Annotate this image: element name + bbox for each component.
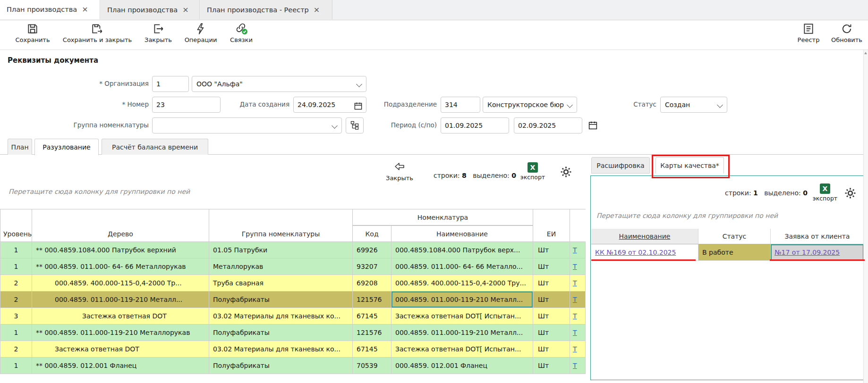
row-doc-link[interactable]: Т [573, 263, 577, 270]
row-doc-link[interactable]: Т [573, 279, 577, 287]
qc-row-name-cell[interactable]: КК №169 от 02.10.2025 [591, 244, 698, 261]
column-header-tree[interactable]: Дерево [32, 209, 209, 242]
tab-time-balance-label: Расчёт баланса времени [112, 143, 198, 151]
close-icon[interactable]: × [82, 6, 88, 13]
organization-code-field[interactable] [152, 76, 189, 92]
period-label: Период (с/по) [378, 121, 437, 129]
vertical-scrollbar[interactable] [863, 50, 868, 383]
table-row[interactable]: 2 Застежка ответная DOT 03.02 Материалы … [0, 341, 586, 358]
nomenclature-tree-button[interactable] [346, 117, 364, 133]
close-document-icon [152, 22, 164, 35]
row-doc-link[interactable]: Т [573, 329, 577, 336]
column-header-qc-name[interactable]: Наименование [591, 229, 698, 244]
section-title: Реквизиты документа [8, 56, 98, 65]
tab-time-balance[interactable]: Расчёт баланса времени [102, 139, 208, 155]
operations-button[interactable]: Операции [179, 22, 222, 47]
close-icon[interactable]: × [182, 6, 188, 14]
table-row[interactable]: 1 ** 000.4859. 011.000-119-210 Металлору… [0, 325, 586, 341]
row-doc-link[interactable]: Т [573, 345, 577, 353]
refresh-label: Обновить [831, 36, 862, 43]
selected-count-value: 0 [511, 172, 516, 179]
save-button[interactable]: Сохранить [11, 22, 54, 47]
calendar-icon[interactable] [354, 100, 363, 116]
table-row[interactable]: 2 000.4859. 400.000-115-0,4-2000 Тр... Т… [0, 275, 586, 291]
window-tab-production-plan-2[interactable]: План производства × [101, 0, 200, 19]
nomenclature-group-select[interactable] [152, 117, 342, 133]
table-row[interactable]: 1 ** 000.4859.1084.000 Патрубок верхний … [0, 242, 586, 258]
close-document-button[interactable]: Закрыть [139, 22, 177, 47]
annotation-underline-client-request [770, 259, 865, 261]
number-field[interactable] [152, 97, 221, 113]
grid-close-label: Закрыть [386, 175, 413, 182]
column-header-nomenclature[interactable]: Номенклатура [353, 209, 533, 225]
quality-card-link[interactable]: КК №169 от 02.10.2025 [595, 249, 676, 256]
save-and-close-label: Сохранить и закрыть [63, 36, 132, 43]
row-doc-link[interactable]: Т [573, 362, 577, 369]
grid-export-label: экспорт [520, 174, 545, 181]
grid-close-button[interactable]: Закрыть [378, 161, 421, 182]
column-header-code[interactable]: Код [353, 225, 391, 242]
panel-export-label: экспорт [813, 195, 837, 202]
period-from-field[interactable] [441, 117, 509, 133]
qc-row-request-cell[interactable]: №17 от 17.09.2025 [771, 244, 864, 261]
window-tab-production-plan-registry[interactable]: План производства - Реестр × [200, 0, 332, 19]
chevron-down-icon [332, 123, 338, 129]
tab-decryption[interactable]: Расшифровка [591, 157, 650, 174]
save-and-close-icon [91, 22, 103, 35]
period-to-field[interactable] [514, 117, 582, 133]
tab-plan[interactable]: План [8, 139, 32, 155]
table-row-selected[interactable]: 2 000.4859. 011.000-119-210 Металл... По… [0, 291, 586, 308]
organization-select[interactable]: ООО "Альфа" [192, 76, 366, 92]
panel-settings-gear-icon[interactable] [844, 187, 856, 200]
tab-plan-label: План [11, 143, 28, 151]
table-row[interactable]: 1 ** 000.4859. 012.001 Фланец Полуфабрик… [0, 358, 586, 374]
client-request-link[interactable]: №17 от 17.09.2025 [774, 249, 840, 256]
window-tab-production-plan-1[interactable]: План производства × [0, 0, 100, 19]
panel-group-hint: Перетащите сюда колонку для группировки … [596, 212, 778, 219]
disassembly-table: Уровень Дерево Группа номенклатуры Номен… [0, 209, 586, 375]
date-created-field[interactable]: 24.09.2025 [293, 97, 366, 113]
window-tab-bar: План производства × План производства × … [0, 0, 868, 20]
period-calendar-icon[interactable] [588, 120, 598, 132]
rows-count-label: строки: [725, 189, 751, 197]
grid-settings-gear-icon[interactable] [560, 166, 572, 179]
division-label: Подразделение [373, 100, 437, 108]
save-and-close-button[interactable]: Сохранить и закрыть [59, 22, 136, 47]
grid-export-button[interactable]: X экспорт [518, 162, 548, 181]
back-arrow-icon [393, 161, 406, 174]
links-button[interactable]: Связки [224, 22, 258, 47]
number-label: * Номер [71, 100, 149, 108]
grid-group-hint: Перетащите сюда колонку для группировки … [9, 188, 190, 195]
division-code-field[interactable] [441, 97, 480, 113]
panel-export-button[interactable]: X экспорт [810, 183, 840, 202]
qc-row-status-cell[interactable]: В работе [698, 244, 771, 261]
column-header-level[interactable]: Уровень [0, 209, 32, 242]
column-header-clipped[interactable] [570, 209, 586, 242]
table-row[interactable]: 3 Застежка ответная DOT 03.02 Материалы … [0, 308, 586, 325]
column-header-unit[interactable]: ЕИ [533, 209, 570, 242]
column-header-qc-status[interactable]: Статус [698, 229, 771, 244]
row-doc-link[interactable]: Т [573, 312, 577, 320]
registry-button[interactable]: Реестр [791, 22, 825, 47]
row-doc-link[interactable]: Т [573, 296, 577, 303]
save-icon [26, 22, 39, 35]
row-doc-link[interactable]: Т [573, 246, 577, 254]
column-header-qc-request[interactable]: Заявка от клиента [771, 229, 864, 244]
window-tab-label: План производства [7, 6, 77, 13]
operations-icon [195, 22, 207, 35]
chevron-down-icon [567, 102, 573, 108]
refresh-button[interactable]: Обновить [828, 22, 866, 47]
save-label: Сохранить [15, 36, 50, 43]
close-icon[interactable]: × [314, 6, 320, 14]
table-row[interactable]: 1 ** 000.4859. 011.000- 64- 66 Металлору… [0, 258, 586, 275]
operations-label: Операции [185, 36, 217, 43]
division-select[interactable]: Конструкторское бюр [483, 97, 577, 113]
close-document-label: Закрыть [145, 36, 172, 43]
annotation-highlight-box [652, 155, 730, 178]
column-header-name[interactable]: Наименование [391, 225, 533, 242]
status-select[interactable]: Создан [660, 97, 727, 113]
division-select-value: Конструкторское бюр [487, 101, 564, 108]
tab-disassembly[interactable]: Разузлование [34, 139, 99, 155]
column-header-group[interactable]: Группа номенклатуры [209, 209, 353, 242]
organization-select-value: ООО "Альфа" [196, 80, 243, 88]
